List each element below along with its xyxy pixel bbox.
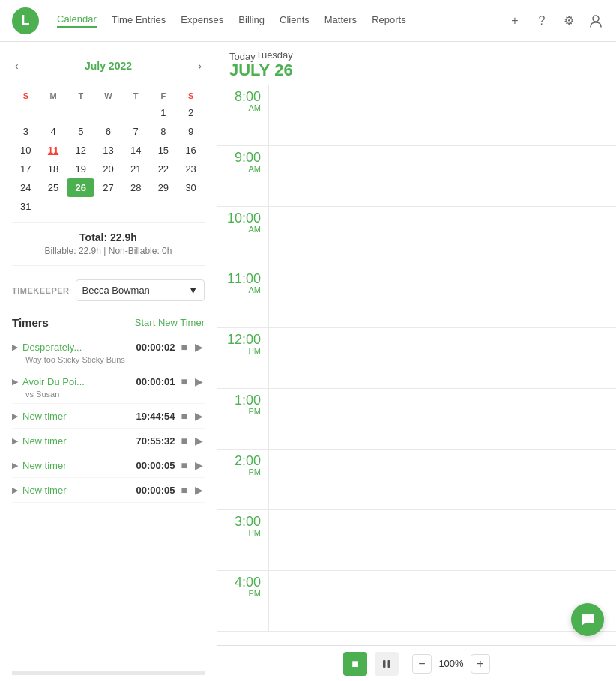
cal-day-28[interactable]: 28 <box>122 178 150 197</box>
timer-play-3[interactable]: ▶ <box>193 433 205 448</box>
cal-day-22[interactable]: 22 <box>150 160 178 178</box>
time-content-4[interactable] <box>268 328 616 388</box>
help-icon[interactable]: ? <box>534 13 550 29</box>
time-row-7[interactable]: 3:00 PM <box>217 510 616 571</box>
cal-day-empty-56 <box>177 197 205 216</box>
time-content-2[interactable] <box>268 207 616 267</box>
cal-day-5[interactable]: 5 <box>67 122 94 141</box>
time-scroll[interactable]: 8:00 AM 9:00 AM 10:00 AM 11:00 AM 12:00 … <box>217 85 616 645</box>
cal-day-24[interactable]: 24 <box>12 178 40 197</box>
cal-day-29[interactable]: 29 <box>150 178 178 197</box>
time-row-4[interactable]: 12:00 PM <box>217 328 616 389</box>
timer-chevron-4[interactable]: ▶ <box>12 461 18 470</box>
timer-time-5: 00:00:05 <box>136 485 175 496</box>
cal-day-14[interactable]: 14 <box>122 141 150 160</box>
timer-name-3[interactable]: New timer <box>22 435 131 447</box>
timer-play-4[interactable]: ▶ <box>193 458 205 473</box>
time-content-5[interactable] <box>268 389 616 449</box>
nav-link-calendar[interactable]: Calendar <box>57 13 97 28</box>
time-hour-4: 12:00 <box>217 333 261 346</box>
cal-day-30[interactable]: 30 <box>177 178 205 197</box>
cal-day-18[interactable]: 18 <box>40 160 67 178</box>
timekeeper-select[interactable]: Becca Bowman ▼ <box>76 279 205 301</box>
timer-play-5[interactable]: ▶ <box>193 482 205 497</box>
timer-save-5[interactable]: ■ <box>180 482 189 497</box>
calendar-next-button[interactable]: › <box>195 57 205 75</box>
nav-link-expenses[interactable]: Expenses <box>181 14 223 27</box>
timer-save-0[interactable]: ■ <box>180 339 189 354</box>
nav-link-reports[interactable]: Reports <box>372 14 406 27</box>
timer-save-1[interactable]: ■ <box>180 374 189 389</box>
time-content-0[interactable] <box>268 85 616 145</box>
zoom-out-button[interactable]: − <box>412 654 432 674</box>
time-content-6[interactable] <box>268 450 616 509</box>
nav-link-time-entries[interactable]: Time Entries <box>112 14 166 27</box>
nav-link-matters[interactable]: Matters <box>324 14 357 27</box>
sidebar-scroll[interactable]: ‹ July 2022 › SMTWTFS 123456789101112131… <box>0 42 217 671</box>
cal-day-21[interactable]: 21 <box>122 160 150 178</box>
cal-day-19[interactable]: 19 <box>67 160 94 178</box>
zoom-in-button[interactable]: + <box>471 654 490 674</box>
calendar-prev-button[interactable]: ‹ <box>12 57 22 75</box>
cal-day-10[interactable]: 10 <box>12 141 40 160</box>
settings-icon[interactable]: ⚙ <box>561 13 577 29</box>
timer-chevron-2[interactable]: ▶ <box>12 411 18 421</box>
timer-name-5[interactable]: New timer <box>22 485 131 496</box>
stop-button[interactable]: ■ <box>343 652 367 676</box>
cal-day-23[interactable]: 23 <box>177 160 205 178</box>
timer-name-4[interactable]: New timer <box>22 460 131 471</box>
cal-day-4[interactable]: 4 <box>40 122 67 141</box>
cal-day-11[interactable]: 11 <box>40 141 67 160</box>
nav-link-clients[interactable]: Clients <box>280 14 309 27</box>
timer-save-4[interactable]: ■ <box>180 458 189 473</box>
cal-day-16[interactable]: 16 <box>177 141 205 160</box>
timer-chevron-3[interactable]: ▶ <box>12 436 18 446</box>
cal-day-8[interactable]: 8 <box>150 122 178 141</box>
cal-day-17[interactable]: 17 <box>12 160 40 178</box>
time-row-3[interactable]: 11:00 AM <box>217 267 616 328</box>
cal-day-9[interactable]: 9 <box>177 122 205 141</box>
start-new-timer-button[interactable]: Start New Timer <box>135 317 205 328</box>
timer-play-0[interactable]: ▶ <box>193 339 205 354</box>
cal-day-6[interactable]: 6 <box>94 122 122 141</box>
account-icon[interactable] <box>588 13 604 29</box>
timer-save-3[interactable]: ■ <box>180 433 189 448</box>
cal-day-26[interactable]: 26 <box>67 178 94 197</box>
time-row-5[interactable]: 1:00 PM <box>217 389 616 450</box>
timer-chevron-0[interactable]: ▶ <box>12 342 18 352</box>
cal-day-31[interactable]: 31 <box>12 197 40 216</box>
timer-play-1[interactable]: ▶ <box>193 374 205 389</box>
add-icon[interactable]: + <box>507 13 523 29</box>
time-row-6[interactable]: 2:00 PM <box>217 450 616 510</box>
cal-day-20[interactable]: 20 <box>94 160 122 178</box>
time-hour-8: 4:00 <box>217 575 261 589</box>
cal-day-27[interactable]: 27 <box>94 178 122 197</box>
time-content-7[interactable] <box>268 510 616 570</box>
time-content-3[interactable] <box>268 267 616 327</box>
cal-day-12[interactable]: 12 <box>67 141 94 160</box>
cal-day-1[interactable]: 1 <box>150 103 178 122</box>
time-content-8[interactable] <box>268 571 616 631</box>
chat-bubble[interactable] <box>571 603 604 636</box>
cal-day-25[interactable]: 25 <box>40 178 67 197</box>
time-row-2[interactable]: 10:00 AM <box>217 207 616 267</box>
nav-link-billing[interactable]: Billing <box>238 14 265 27</box>
time-row-0[interactable]: 8:00 AM <box>217 85 616 146</box>
cal-day-15[interactable]: 15 <box>150 141 178 160</box>
time-row-1[interactable]: 9:00 AM <box>217 146 616 207</box>
time-hour-3: 11:00 <box>217 272 261 285</box>
time-row-8[interactable]: 4:00 PM <box>217 571 616 632</box>
timer-save-2[interactable]: ■ <box>180 408 189 423</box>
timer-name-0[interactable]: Desperately... <box>22 342 131 353</box>
cal-day-7[interactable]: 7 <box>122 122 150 141</box>
cal-day-13[interactable]: 13 <box>94 141 122 160</box>
timer-name-1[interactable]: Avoir Du Poi... <box>22 376 131 387</box>
pause-button[interactable] <box>375 652 399 676</box>
timer-play-2[interactable]: ▶ <box>193 408 205 423</box>
timer-chevron-1[interactable]: ▶ <box>12 377 18 387</box>
cal-day-2[interactable]: 2 <box>177 103 205 122</box>
timer-name-2[interactable]: New timer <box>22 411 131 422</box>
timer-chevron-5[interactable]: ▶ <box>12 485 18 495</box>
cal-day-3[interactable]: 3 <box>12 122 40 141</box>
time-content-1[interactable] <box>268 146 616 206</box>
